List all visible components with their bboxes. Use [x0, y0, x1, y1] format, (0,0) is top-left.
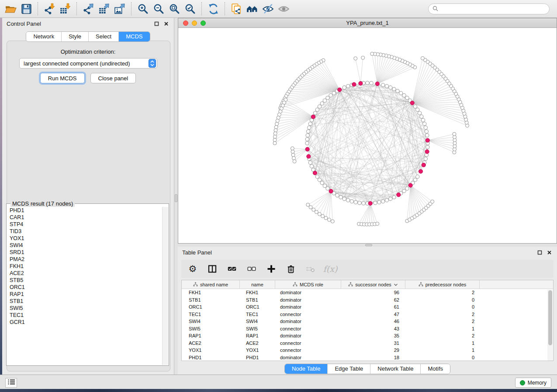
mcds-node[interactable] — [408, 183, 412, 187]
tab-motifs[interactable]: Motifs — [420, 364, 450, 374]
mcds-node[interactable] — [368, 201, 372, 205]
mcds-node[interactable] — [410, 101, 414, 105]
network-graph[interactable] — [178, 28, 557, 243]
search-input[interactable] — [440, 6, 549, 12]
mcds-node[interactable] — [419, 169, 422, 173]
table-row[interactable]: STB1STB1dominator620 — [182, 296, 553, 304]
network-window-titlebar[interactable]: YPA_prune.txt_1 — [178, 18, 557, 28]
mcds-result-item[interactable]: STB5 — [10, 277, 162, 284]
close-table-panel-icon[interactable] — [546, 249, 553, 256]
table-row[interactable]: TEC1TEC1connector472 — [182, 311, 553, 318]
tab-style[interactable]: Style — [61, 32, 88, 41]
mcds-result-item[interactable]: GCR1 — [10, 319, 162, 326]
table-row[interactable]: FKH1FKH1dominator962 — [182, 289, 553, 296]
horizontal-splitter-grip[interactable] — [365, 244, 372, 246]
task-history-button[interactable] — [5, 378, 17, 388]
first-neighbors-button[interactable] — [244, 1, 260, 16]
table-settings-button[interactable]: ⚙ — [187, 264, 198, 274]
open-file-button[interactable] — [3, 1, 18, 16]
mcds-result-item[interactable]: STP4 — [10, 221, 162, 228]
column-layout-button[interactable] — [207, 264, 218, 274]
mcds-result-item[interactable]: ORC1 — [10, 284, 162, 291]
mcds-result-item[interactable]: RAP1 — [10, 291, 162, 298]
mcds-node[interactable] — [422, 163, 426, 167]
mcds-node[interactable] — [375, 82, 379, 86]
save-session-button[interactable] — [18, 1, 34, 16]
deselect-all-button[interactable] — [246, 264, 257, 274]
mcds-result-item[interactable]: FKH1 — [10, 263, 162, 270]
delete-column-button[interactable] — [286, 264, 296, 274]
hide-selected-button[interactable] — [260, 1, 276, 16]
close-window-icon[interactable] — [183, 21, 188, 26]
mcds-result-item[interactable]: TEC1 — [10, 312, 162, 319]
mcds-result-item[interactable]: ACE2 — [10, 270, 162, 277]
mcds-node[interactable] — [397, 193, 401, 197]
mcds-node[interactable] — [352, 83, 356, 86]
mcds-result-item[interactable]: SWI4 — [10, 242, 162, 249]
mcds-node[interactable] — [305, 147, 309, 151]
column-header-successor-nodes[interactable]: successor nodes — [341, 280, 405, 289]
mcds-result-scrollbar[interactable] — [162, 207, 168, 365]
select-all-button[interactable] — [227, 264, 237, 274]
import-network-button[interactable] — [42, 1, 57, 16]
criterion-dropdown[interactable]: largest connected component (undirected) — [19, 58, 157, 69]
mcds-node[interactable] — [311, 115, 315, 119]
mcds-result-item[interactable]: YOX1 — [10, 235, 162, 242]
export-network-button[interactable] — [80, 1, 96, 16]
search-box[interactable] — [428, 3, 550, 14]
zoom-selected-button[interactable] — [182, 1, 198, 16]
table-scrollbar-thumb[interactable] — [548, 290, 552, 345]
tab-mcds[interactable]: MCDS — [118, 32, 149, 41]
mcds-node[interactable] — [425, 150, 429, 154]
column-header-name[interactable]: name — [240, 280, 275, 289]
tab-select[interactable]: Select — [88, 32, 118, 41]
table-row[interactable]: SWI5SWI5connector431 — [182, 325, 553, 333]
table-row[interactable]: ACE2ACE2connector311 — [182, 340, 553, 347]
mcds-result-item[interactable]: STB1 — [10, 298, 162, 305]
tab-network[interactable]: Network — [26, 32, 61, 41]
mcds-node[interactable] — [426, 138, 429, 142]
column-header-MCDS-role[interactable]: MCDS role — [275, 280, 341, 289]
table-row[interactable]: RAP1RAP1dominator352 — [182, 332, 553, 340]
close-panel-icon[interactable] — [163, 20, 170, 27]
export-image-button[interactable] — [112, 1, 128, 16]
float-table-panel-icon[interactable] — [536, 249, 543, 256]
clone-network-button[interactable] — [228, 1, 244, 16]
memory-button[interactable]: Memory — [515, 378, 551, 388]
mcds-result-item[interactable]: SRD1 — [10, 249, 162, 256]
zoom-fit-button[interactable] — [166, 1, 182, 16]
column-header-shared-name[interactable]: shared name — [182, 280, 240, 289]
mcds-result-item[interactable]: SWI5 — [10, 305, 162, 312]
mcds-node[interactable] — [359, 81, 363, 85]
mcds-result-list[interactable]: PHD1CAR1STP4TID3YOX1SWI4SRD1PMA2FKH1ACE2… — [7, 207, 162, 365]
mcds-result-item[interactable]: PMA2 — [10, 256, 162, 263]
column-header-predecessor-nodes[interactable]: predecessor nodes — [405, 280, 480, 289]
show-all-button[interactable] — [276, 1, 291, 16]
add-column-button[interactable] — [266, 264, 277, 274]
refresh-layout-button[interactable] — [205, 1, 221, 16]
close-panel-button[interactable]: Close panel — [90, 73, 136, 83]
mcds-result-item[interactable]: CAR1 — [10, 214, 162, 221]
import-table-button[interactable] — [57, 1, 73, 16]
table-row[interactable]: ORC1ORC1dominator610 — [182, 303, 553, 311]
export-table-button[interactable] — [96, 1, 112, 16]
vertical-splitter[interactable] — [174, 18, 178, 375]
network-canvas[interactable] — [178, 28, 557, 243]
tab-node-table[interactable]: Node Table — [285, 364, 328, 374]
vertical-splitter-grip[interactable] — [175, 194, 177, 202]
table-row[interactable]: YOX1YOX1connector291 — [182, 347, 553, 354]
mcds-node[interactable] — [329, 189, 333, 193]
mcds-result-item[interactable]: PHD1 — [10, 207, 162, 214]
mcds-node[interactable] — [338, 88, 342, 92]
table-scrollbar[interactable] — [547, 289, 553, 361]
run-mcds-button[interactable]: Run MCDS — [40, 73, 85, 83]
minimize-window-icon[interactable] — [192, 21, 197, 26]
maximize-window-icon[interactable] — [201, 21, 206, 26]
tab-edge-table[interactable]: Edge Table — [327, 364, 370, 374]
zoom-out-button[interactable] — [151, 1, 166, 16]
mcds-node[interactable] — [313, 171, 317, 175]
zoom-in-button[interactable] — [135, 1, 151, 16]
horizontal-splitter[interactable] — [178, 244, 557, 247]
mcds-result-item[interactable]: TID3 — [10, 228, 162, 235]
tab-network-table[interactable]: Network Table — [370, 364, 420, 374]
